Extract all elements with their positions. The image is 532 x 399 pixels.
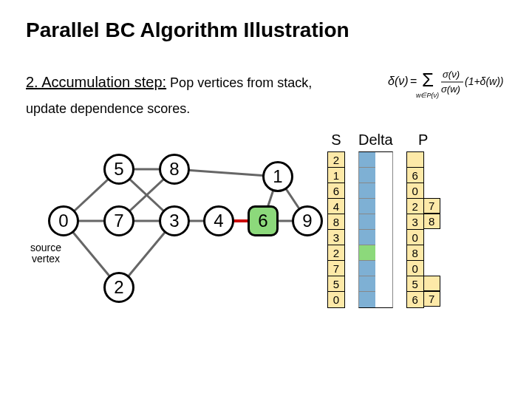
- node-5: 5: [103, 154, 134, 185]
- p-side-cell: [424, 167, 440, 183]
- step-line: 2. Accumulation step: Pop vertices from …: [26, 64, 506, 100]
- main-row: sourcevertex 0572834619 S 2164832750 Del…: [26, 132, 506, 316]
- delta-cell: [359, 199, 375, 214]
- node-6: 6: [248, 205, 279, 236]
- source-vertex-label: sourcevertex: [30, 242, 61, 265]
- stack-cell: 0: [328, 292, 344, 307]
- stack-column: S 2164832750: [327, 132, 345, 308]
- p-main: 602308056: [406, 151, 424, 308]
- node-1: 1: [262, 161, 293, 192]
- stack-s: 2164832750: [327, 151, 345, 308]
- delta-cell: [359, 168, 375, 183]
- formula-sigma: Σ: [422, 69, 434, 91]
- p-cell: 0: [407, 230, 423, 245]
- graph: sourcevertex 0572834619: [26, 132, 314, 316]
- node-8: 8: [159, 154, 190, 185]
- p-cell: 3: [407, 214, 423, 230]
- delta-cell: [359, 276, 375, 292]
- node-9: 9: [292, 205, 323, 236]
- delta-bar: [358, 151, 393, 308]
- p-side-cell: 8: [424, 214, 440, 229]
- stack-cell: 6: [328, 183, 344, 199]
- delta-cell: [359, 261, 375, 276]
- p-cell: 8: [407, 245, 423, 261]
- p-side-cell: 7: [424, 291, 440, 307]
- formula-den: σ(w): [441, 83, 460, 95]
- p-cell: 2: [407, 199, 423, 214]
- stack-cell: 3: [328, 230, 344, 245]
- stack-header: S: [327, 132, 345, 149]
- step-subtitle: update dependence scores.: [26, 101, 506, 117]
- stack-cell: 7: [328, 261, 344, 276]
- p-side-cell: [424, 183, 440, 198]
- p-cell: [407, 152, 423, 168]
- formula-tail: (1+δ(w)): [465, 75, 504, 87]
- stack-cell: 4: [328, 199, 344, 214]
- node-4: 4: [203, 205, 234, 236]
- p-header: P: [406, 132, 440, 149]
- stack-cell: 5: [328, 276, 344, 292]
- p-cell: 0: [407, 261, 423, 276]
- node-0: 0: [48, 205, 79, 236]
- delta-cell: [359, 245, 375, 261]
- delta-cell: [359, 230, 375, 245]
- stack-cell: 1: [328, 168, 344, 183]
- p-side: 787: [424, 151, 440, 308]
- p-side-cell: [424, 260, 440, 276]
- p-cell: 0: [407, 183, 423, 199]
- p-side-cell: 7: [424, 198, 440, 214]
- step-rest: Pop vertices from stack,: [166, 75, 312, 90]
- page-title: Parallel BC Algorithm Illustration: [26, 18, 506, 42]
- formula-eq: =: [410, 75, 417, 87]
- p-side-cell: [424, 276, 440, 291]
- node-7: 7: [103, 205, 134, 236]
- formula-num: σ(ν): [443, 69, 460, 80]
- p-cell: 6: [407, 168, 423, 183]
- node-3: 3: [159, 205, 190, 236]
- stack-cell: 2: [328, 245, 344, 261]
- p-column: P 602308056 787: [406, 132, 440, 308]
- delta-column: Delta: [358, 132, 393, 308]
- delta-cell: [359, 152, 375, 168]
- formula-lhs: δ(ν): [388, 75, 409, 87]
- step-label: 2. Accumulation step:: [26, 74, 166, 90]
- formula-sub: w∈P(ν): [416, 92, 439, 99]
- node-2: 2: [103, 272, 134, 303]
- p-side-cell: [424, 245, 440, 260]
- p-side-cell: [424, 151, 440, 167]
- p-side-cell: [424, 229, 440, 245]
- stack-cell: 2: [328, 152, 344, 168]
- delta-cell: [359, 214, 375, 230]
- p-cell: 5: [407, 276, 423, 292]
- stack-cell: 8: [328, 214, 344, 230]
- delta-cell: [359, 183, 375, 199]
- p-cell: 6: [407, 292, 423, 307]
- delta-cell: [359, 292, 375, 307]
- delta-header: Delta: [358, 132, 393, 149]
- formula: δ(ν) = Σ w∈P(ν) σ(ν) σ(w) (1+δ(w)): [388, 64, 506, 100]
